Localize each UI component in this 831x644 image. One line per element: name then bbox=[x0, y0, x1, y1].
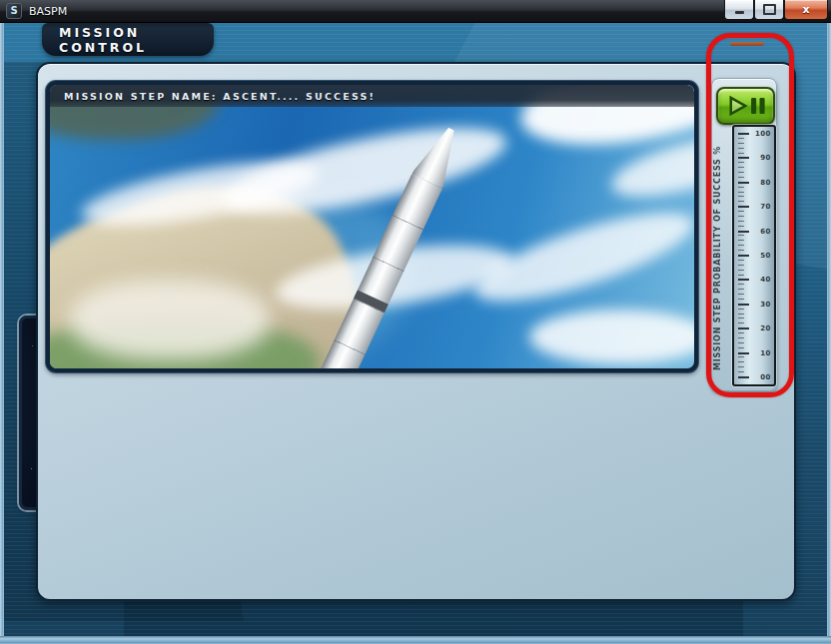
minimize-button[interactable] bbox=[724, 0, 754, 20]
gauge-minor-tick bbox=[738, 332, 744, 333]
gauge-minor-tick bbox=[738, 347, 744, 348]
annotation-dash bbox=[730, 42, 764, 46]
gauge-tick-label: 20 bbox=[760, 324, 771, 332]
minimize-icon bbox=[735, 11, 744, 14]
gauge-tick-label: 10 bbox=[760, 349, 771, 357]
gauge-tick-label: 90 bbox=[760, 154, 771, 162]
main-panel: MISSION STEP NAME: ASCENT.... SUCCESS! M… bbox=[36, 62, 796, 601]
gauge-minor-tick bbox=[738, 314, 744, 315]
probability-gauge: 10090807060504030201000 bbox=[732, 125, 776, 386]
gauge-tick-label: 60 bbox=[760, 228, 771, 236]
gauge-major-tick bbox=[738, 157, 749, 159]
gauge-minor-tick bbox=[738, 371, 744, 372]
gauge-major-tick bbox=[738, 182, 749, 184]
gauge-minor-tick bbox=[738, 201, 744, 202]
gauge-minor-tick bbox=[738, 299, 744, 300]
cloud bbox=[529, 310, 694, 364]
gauge-minor-tick bbox=[738, 356, 744, 357]
gauge-tick-label: 50 bbox=[760, 252, 771, 260]
gauge-major-tick bbox=[738, 133, 749, 135]
rocket-interstage-band bbox=[354, 290, 389, 313]
gauge-minor-tick bbox=[738, 270, 744, 271]
gauge-minor-tick bbox=[738, 196, 744, 197]
gauge-minor-tick bbox=[738, 284, 744, 285]
gauge-minor-tick bbox=[738, 216, 744, 217]
gauge-minor-tick bbox=[738, 177, 744, 178]
mission-step-banner: MISSION STEP NAME: ASCENT.... SUCCESS! bbox=[50, 85, 694, 107]
gauge-tick-label: 00 bbox=[760, 373, 771, 381]
gauge-minor-tick bbox=[738, 167, 744, 168]
gauge-minor-tick bbox=[738, 211, 744, 212]
application-window: S BASPM x MISSION CONTROL bbox=[0, 0, 831, 644]
gauge-minor-tick bbox=[738, 138, 744, 139]
gauge-tick-label: 70 bbox=[760, 203, 771, 211]
gauge-major-tick bbox=[738, 352, 749, 354]
gauge-minor-tick bbox=[738, 221, 744, 222]
page-title: MISSION CONTROL bbox=[59, 25, 214, 55]
gauge-major-tick bbox=[738, 255, 749, 257]
gauge-minor-tick bbox=[738, 318, 744, 319]
gauge-minor-tick bbox=[738, 309, 744, 310]
gauge-minor-tick bbox=[738, 366, 744, 367]
gauge-minor-tick bbox=[738, 322, 744, 323]
gauge-major-tick bbox=[738, 304, 749, 306]
gauge-minor-tick bbox=[738, 289, 744, 290]
gauge-minor-tick bbox=[738, 260, 744, 261]
gauge-minor-tick bbox=[738, 143, 744, 144]
gauge-minor-tick bbox=[738, 226, 744, 227]
gauge-minor-tick bbox=[738, 240, 744, 241]
gauge-minor-tick bbox=[738, 245, 744, 246]
gauge-housing: MISSION STEP PROBABILITY OF SUCCESS % 10… bbox=[711, 78, 777, 391]
close-icon: x bbox=[802, 4, 809, 15]
window-border-bottom bbox=[0, 636, 831, 644]
mission-viewport: MISSION STEP NAME: ASCENT.... SUCCESS! bbox=[46, 81, 698, 372]
gauge-tick-label: 30 bbox=[760, 301, 771, 309]
gauge-minor-tick bbox=[738, 337, 744, 338]
earth-orbit-scene: MISSION STEP NAME: ASCENT.... SUCCESS! bbox=[50, 85, 694, 368]
gauge-minor-tick bbox=[738, 162, 744, 163]
mission-step-text: MISSION STEP NAME: ASCENT.... SUCCESS! bbox=[64, 91, 376, 102]
gauge-minor-tick bbox=[738, 250, 744, 251]
gauge-major-tick bbox=[738, 206, 749, 208]
gauge-minor-tick bbox=[738, 153, 744, 154]
star bbox=[31, 468, 32, 469]
maximize-icon bbox=[763, 4, 776, 15]
gauge-tick-label: 100 bbox=[755, 130, 771, 138]
app-icon: S bbox=[6, 3, 22, 19]
maximize-button[interactable] bbox=[754, 0, 784, 20]
gauge-minor-tick bbox=[738, 294, 744, 295]
gauge-axis-label: MISSION STEP PROBABILITY OF SUCCESS % bbox=[713, 131, 729, 384]
gauge-tick-label: 40 bbox=[760, 276, 771, 284]
close-button[interactable]: x bbox=[784, 0, 828, 20]
window-border-right bbox=[827, 22, 831, 644]
landmass-highlight bbox=[70, 280, 270, 359]
gauge-tick-label: 80 bbox=[760, 179, 771, 187]
gauge-minor-tick bbox=[738, 235, 744, 236]
gauge-minor-tick bbox=[738, 275, 744, 276]
gauge-minor-tick bbox=[738, 361, 744, 362]
gauge-major-tick bbox=[738, 279, 749, 281]
gauge-major-tick bbox=[738, 231, 749, 233]
gauge-minor-tick bbox=[738, 172, 744, 173]
gauge-minor-tick bbox=[738, 192, 744, 193]
star bbox=[32, 345, 33, 346]
gauge-major-tick bbox=[738, 327, 749, 329]
gauge-minor-tick bbox=[738, 148, 744, 149]
mission-control-header: MISSION CONTROL bbox=[42, 23, 214, 56]
gauge-minor-tick bbox=[738, 265, 744, 266]
play-pause-button[interactable] bbox=[716, 87, 775, 125]
gauge-minor-tick bbox=[738, 342, 744, 343]
window-title: BASPM bbox=[29, 5, 67, 18]
title-bar[interactable]: S BASPM x bbox=[0, 0, 831, 23]
window-border-left bbox=[0, 22, 4, 644]
gauge-minor-tick bbox=[738, 187, 744, 188]
play-pause-icon bbox=[724, 94, 768, 118]
gauge-major-tick bbox=[738, 376, 749, 378]
